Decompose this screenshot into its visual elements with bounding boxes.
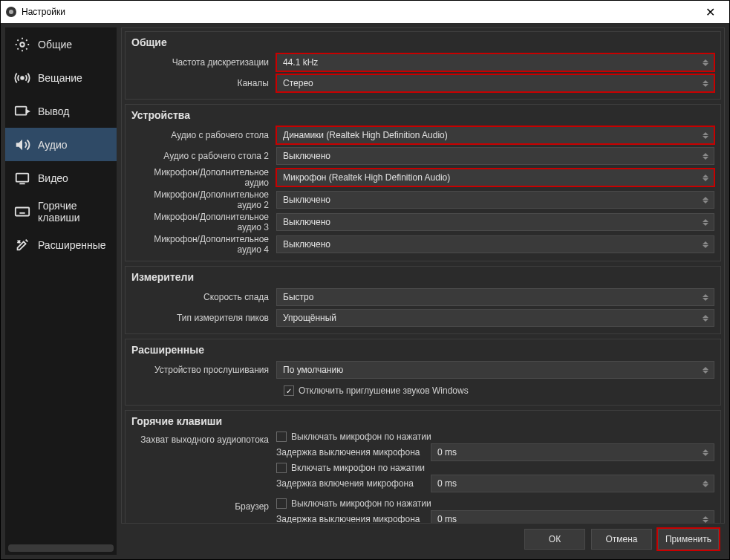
- combo-mic-audio-2[interactable]: Выключено: [276, 191, 714, 209]
- title-bar: Настройки ✕: [1, 1, 729, 23]
- combo-desktop-audio-2[interactable]: Выключено: [276, 147, 714, 165]
- label-mute-delay-2: Задержка выключения микрофона: [276, 514, 425, 524]
- chevron-updown-icon: [700, 215, 711, 229]
- label-mute-delay: Задержка выключения микрофона: [276, 447, 425, 458]
- checkbox-disable-ducking-row[interactable]: Отключить приглушение звуков Windows: [131, 381, 714, 400]
- sidebar-item-audio[interactable]: Аудио: [5, 128, 117, 161]
- combo-channels[interactable]: Стерео: [276, 74, 714, 92]
- label-mic-audio-1: Микрофон/Дополнительное аудио: [131, 167, 276, 188]
- checkbox-push-to-talk[interactable]: [276, 463, 287, 473]
- sidebar-item-label: Видео: [38, 172, 68, 184]
- section-title: Измерители: [131, 271, 714, 283]
- svg-point-3: [21, 76, 24, 79]
- video-icon: [14, 170, 30, 186]
- spin-mute-delay-2[interactable]: 0 ms: [431, 510, 714, 524]
- spinner-icon: [700, 446, 711, 459]
- spinner-icon: [700, 512, 711, 524]
- chevron-updown-icon: [700, 76, 711, 90]
- section-title: Общие: [131, 36, 714, 48]
- section-general: Общие Частота дискретизации 44.1 kHz Кан…: [125, 31, 721, 100]
- svg-rect-5: [16, 173, 29, 181]
- svg-point-2: [20, 42, 25, 47]
- checkbox-push-to-mute[interactable]: [276, 432, 287, 442]
- checkbox-push-to-talk-row[interactable]: Включать микрофон по нажатии: [276, 463, 714, 473]
- sidebar-item-label: Расширенные: [38, 239, 106, 251]
- combo-desktop-audio-1[interactable]: Динамики (Realtek High Definition Audio): [276, 126, 714, 144]
- label-sample-rate: Частота дискретизации: [131, 57, 276, 68]
- sidebar-scrollbar[interactable]: [8, 544, 114, 552]
- section-title: Устройства: [131, 109, 714, 121]
- svg-rect-4: [16, 106, 27, 114]
- checkbox-push-to-mute-2[interactable]: [276, 498, 287, 509]
- label-unmute-delay: Задержка включения микрофона: [276, 478, 425, 489]
- chevron-updown-icon: [700, 193, 711, 206]
- sidebar-item-stream[interactable]: Вещание: [5, 61, 117, 94]
- combo-decay-rate[interactable]: Быстро: [276, 288, 714, 306]
- combo-sample-rate[interactable]: 44.1 kHz: [276, 53, 714, 71]
- chevron-updown-icon: [700, 56, 711, 69]
- content-area: Общие Частота дискретизации 44.1 kHz Кан…: [121, 27, 725, 555]
- ok-button[interactable]: ОК: [524, 529, 585, 550]
- checkbox-disable-ducking[interactable]: [284, 385, 294, 396]
- label-decay-rate: Скорость спада: [131, 292, 276, 302]
- gear-icon: [14, 36, 30, 53]
- spinner-icon: [700, 477, 711, 490]
- chevron-updown-icon: [700, 171, 711, 184]
- label-source-browser: Браузер: [131, 498, 276, 512]
- section-title: Горячие клавиши: [131, 415, 714, 427]
- close-button[interactable]: ✕: [695, 5, 725, 19]
- checkbox-push-to-mute-row[interactable]: Выключать микрофон по нажатии: [276, 432, 714, 442]
- section-advanced: Расширенные Устройство прослушивания По …: [125, 339, 721, 406]
- label-desktop-audio-2: Аудио с рабочего стола 2: [131, 151, 276, 161]
- section-hotkeys: Горячие клавиши Захват выходного аудиопо…: [125, 410, 721, 524]
- tools-icon: [14, 237, 30, 253]
- label-mic-audio-4: Микрофон/Дополнительное аудио 4: [131, 234, 276, 255]
- combo-mic-audio-4[interactable]: Выключено: [276, 235, 714, 253]
- checkbox-push-to-mute-row-2[interactable]: Выключать микрофон по нажатии: [276, 498, 714, 509]
- chevron-updown-icon: [700, 311, 711, 325]
- sidebar-item-label: Вывод: [38, 105, 69, 117]
- spin-unmute-delay[interactable]: 0 ms: [431, 475, 714, 492]
- footer: ОК Отмена Применить: [121, 524, 725, 555]
- sidebar: Общие Вещание Вывод Аудио Видео Горячие …: [5, 27, 117, 555]
- chevron-updown-icon: [700, 290, 711, 304]
- window-body: Общие Вещание Вывод Аудио Видео Горячие …: [1, 23, 729, 559]
- spin-mute-delay[interactable]: 0 ms: [431, 443, 714, 461]
- label-peak-meter: Тип измерителя пиков: [131, 313, 276, 323]
- combo-mic-audio-3[interactable]: Выключено: [276, 213, 714, 231]
- chevron-updown-icon: [700, 149, 711, 163]
- label-mic-audio-2: Микрофон/Дополнительное аудио 2: [131, 189, 276, 210]
- sidebar-item-advanced[interactable]: Расширенные: [5, 228, 117, 261]
- chevron-updown-icon: [700, 363, 711, 377]
- chevron-updown-icon: [700, 238, 711, 251]
- apply-button[interactable]: Применить: [658, 529, 719, 550]
- keyboard-icon: [14, 204, 30, 220]
- sidebar-item-video[interactable]: Видео: [5, 161, 117, 195]
- stream-icon: [14, 70, 30, 86]
- section-title: Расширенные: [131, 344, 714, 356]
- sidebar-item-label: Аудио: [38, 139, 68, 151]
- combo-monitoring-device[interactable]: По умолчанию: [276, 361, 714, 379]
- output-icon: [14, 103, 30, 120]
- cancel-button[interactable]: Отмена: [591, 529, 652, 550]
- svg-rect-6: [16, 207, 29, 215]
- window-title: Настройки: [22, 7, 695, 17]
- sidebar-item-hotkeys[interactable]: Горячие клавиши: [5, 195, 117, 228]
- label-source-capture: Захват выходного аудиопотока: [131, 432, 276, 445]
- checkbox-label: Отключить приглушение звуков Windows: [299, 385, 469, 396]
- combo-mic-audio-1[interactable]: Микрофон (Realtek High Definition Audio): [276, 169, 714, 186]
- section-meters: Измерители Скорость спада Быстро Тип изм…: [125, 266, 721, 334]
- label-mic-audio-3: Микрофон/Дополнительное аудио 3: [131, 212, 276, 232]
- sidebar-item-output[interactable]: Вывод: [5, 94, 117, 128]
- svg-point-1: [9, 10, 13, 14]
- combo-peak-meter[interactable]: Упрощённый: [276, 309, 714, 327]
- sidebar-item-general[interactable]: Общие: [5, 27, 117, 61]
- label-desktop-audio-1: Аудио с рабочего стола: [131, 130, 276, 140]
- label-monitoring-device: Устройство прослушивания: [131, 365, 276, 375]
- scroll-area: Общие Частота дискретизации 44.1 kHz Кан…: [121, 27, 725, 524]
- settings-window: Настройки ✕ Общие Вещание Вывод Аудио: [0, 0, 730, 560]
- app-icon: [5, 6, 17, 18]
- chevron-updown-icon: [700, 128, 711, 142]
- sidebar-item-label: Горячие клавиши: [38, 200, 117, 224]
- section-devices: Устройства Аудио с рабочего стола Динами…: [125, 104, 721, 261]
